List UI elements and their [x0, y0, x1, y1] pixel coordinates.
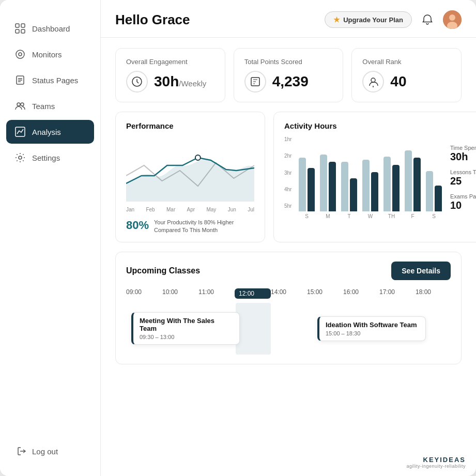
time-spent-value: 30h [450, 151, 476, 163]
event-software-team[interactable]: Ideation With Software Team 15:00 – 18:3… [317, 316, 426, 341]
stat-card-points: Total Points Scored 4,239 [234, 48, 344, 102]
analysis-icon [14, 126, 26, 137]
event-sales-team[interactable]: Meeting With The Sales Team 09:30 – 13:0… [131, 312, 240, 345]
topbar: Hello Grace ★ Upgrade Your Plan [101, 0, 476, 38]
logout-icon [17, 446, 27, 456]
logout-label: Log out [32, 447, 58, 456]
timeline-events: Meeting With The Sales Team 09:30 – 13:0… [126, 303, 451, 355]
bar-col-m: M [320, 155, 336, 219]
avatar[interactable] [443, 10, 462, 29]
bell-icon [422, 14, 433, 25]
activity-card: Activity Hours 5hr 4hr 3hr 2hr 1hr [273, 112, 476, 242]
stats-row: Overall Engagement 30h/Weekly [115, 48, 462, 102]
lessons-taken-stat: Lessons Taken 25 [450, 169, 476, 187]
activity-title: Activity Hours [284, 121, 476, 130]
engagement-value: 30h/Weekly [154, 73, 206, 90]
activity-stats: Time Spent 30h Lessons Taken 25 Exams Pa… [450, 136, 476, 219]
performance-percentage: 80% [126, 219, 149, 232]
svg-point-11 [21, 103, 24, 106]
y-axis: 5hr 4hr 3hr 2hr 1hr [284, 136, 291, 209]
logout-button[interactable]: Log out [12, 441, 88, 462]
hour-1700: 17:00 [379, 288, 416, 299]
svg-rect-1 [21, 24, 25, 27]
topbar-actions: ★ Upgrade Your Plan [325, 10, 462, 29]
svg-point-22 [195, 155, 201, 160]
event2-time: 15:00 – 18:30 [326, 330, 419, 336]
upcoming-classes-section: Upcoming Classes See Details 09:00 10:00… [115, 252, 462, 364]
status-pages-icon [14, 74, 26, 86]
lessons-taken-value: 25 [450, 175, 476, 187]
sidebar-label-analysis: Analysis [32, 128, 61, 136]
sidebar-item-analysis[interactable]: Analysis [6, 120, 94, 144]
sidebar-label-status-pages: Status Pages [32, 76, 78, 85]
svg-point-4 [16, 50, 24, 58]
charts-row: Performance Jan [115, 112, 462, 242]
hour-1800: 18:00 [416, 288, 451, 299]
sidebar-label-dashboard: Dashboard [32, 24, 70, 33]
exams-passed-value: 10 [450, 199, 476, 211]
svg-point-16 [449, 14, 455, 21]
performance-months: Jan Feb Mar Apr May Jun Jul [126, 207, 254, 212]
svg-point-20 [371, 78, 375, 82]
brand-tagline: agility-ingenuity-reliability [406, 464, 466, 469]
bar-col-f: F [405, 150, 421, 219]
event1-title: Meeting With The Sales Team [140, 317, 233, 332]
sidebar-label-settings: Settings [32, 153, 60, 162]
bar-chart-area: 5hr 4hr 3hr 2hr 1hr [284, 136, 442, 219]
svg-point-13 [19, 156, 22, 159]
performance-footer: 80% Your Productivity Is 80% Higher Comp… [126, 219, 254, 235]
hour-1500: 15:00 [307, 288, 343, 299]
performance-chart [126, 134, 254, 202]
rank-label: Overall Rank [362, 58, 451, 66]
exams-passed-label: Exams Passed [450, 193, 476, 199]
time-spent-stat: Time Spent 30h [450, 145, 476, 163]
sidebar-item-monitors[interactable]: Monitors [6, 42, 94, 66]
lessons-taken-label: Lessons Taken [450, 169, 476, 175]
performance-card: Performance Jan [115, 112, 265, 242]
notification-button[interactable] [418, 10, 437, 29]
event1-time: 09:30 – 13:00 [140, 334, 233, 340]
stat-card-engagement: Overall Engagement 30h/Weekly [115, 48, 225, 102]
exams-passed-stat: Exams Passed 10 [450, 193, 476, 211]
timeline-hours: 09:00 10:00 11:00 12:00 14:00 15:00 16:0… [126, 288, 451, 299]
sidebar-nav: Dashboard Monitors [0, 17, 100, 435]
shade-1200 [236, 303, 271, 355]
upcoming-title: Upcoming Classes [126, 266, 200, 275]
engagement-value-row: 30h/Weekly [126, 71, 214, 93]
hour-0900: 09:00 [126, 288, 162, 299]
bars-container: 5hr 4hr 3hr 2hr 1hr [284, 136, 442, 219]
stat-card-rank: Overall Rank 40 [351, 48, 462, 102]
points-label: Total Points Scored [244, 58, 333, 66]
svg-rect-2 [16, 29, 19, 33]
upgrade-label: Upgrade Your Plan [343, 16, 403, 24]
hour-1600: 16:00 [343, 288, 379, 299]
svg-rect-0 [16, 24, 19, 27]
time-spent-label: Time Spent [450, 145, 476, 151]
brand-name: KEYIDEAS [406, 456, 466, 464]
points-icon [244, 71, 266, 93]
content-area: Overall Engagement 30h/Weekly [101, 38, 476, 476]
hour-1200: 12:00 [235, 288, 271, 299]
bar-col-s2: S [426, 171, 442, 219]
star-icon: ★ [333, 16, 340, 24]
svg-point-10 [17, 103, 20, 106]
upgrade-button[interactable]: ★ Upgrade Your Plan [325, 11, 412, 28]
rank-icon [362, 71, 384, 93]
see-details-button[interactable]: See Details [391, 262, 451, 280]
points-value-row: 4,239 [244, 71, 333, 93]
bar-col-s1: S [299, 158, 315, 219]
sidebar-item-dashboard[interactable]: Dashboard [6, 17, 94, 40]
bar-col-t: T [341, 162, 357, 219]
hour-1000: 10:00 [162, 288, 198, 299]
page-title: Hello Grace [115, 12, 190, 28]
sidebar-item-teams[interactable]: Teams [6, 94, 94, 118]
dashboard-icon [14, 23, 26, 34]
sidebar-item-status-pages[interactable]: Status Pages [6, 68, 94, 92]
main-content: Hello Grace ★ Upgrade Your Plan [101, 0, 476, 476]
sidebar-label-monitors: Monitors [32, 50, 62, 59]
sidebar-label-teams: Teams [32, 102, 55, 111]
bar-col-w: W [362, 160, 378, 219]
settings-icon [14, 152, 26, 163]
sidebar-item-settings[interactable]: Settings [6, 146, 94, 170]
monitors-icon [14, 49, 26, 60]
